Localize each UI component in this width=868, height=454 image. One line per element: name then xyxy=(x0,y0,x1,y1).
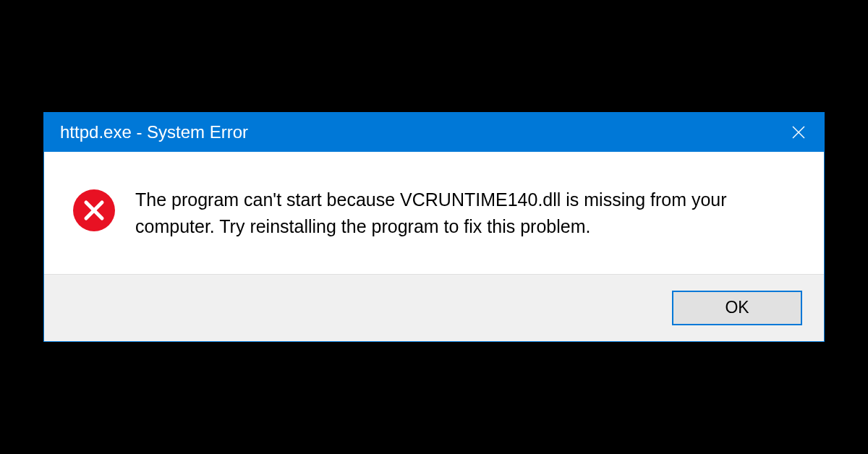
dialog-content: The program can't start because VCRUNTIM… xyxy=(44,152,824,274)
dialog-title: httpd.exe - System Error xyxy=(60,122,248,142)
system-error-dialog: httpd.exe - System Error The program can… xyxy=(43,112,825,342)
dialog-footer: OK xyxy=(44,274,824,341)
titlebar[interactable]: httpd.exe - System Error xyxy=(44,113,824,152)
ok-button[interactable]: OK xyxy=(672,291,802,325)
error-message: The program can't start because VCRUNTIM… xyxy=(135,187,788,239)
close-icon xyxy=(791,125,806,140)
error-icon xyxy=(73,189,115,231)
close-button[interactable] xyxy=(773,113,824,152)
